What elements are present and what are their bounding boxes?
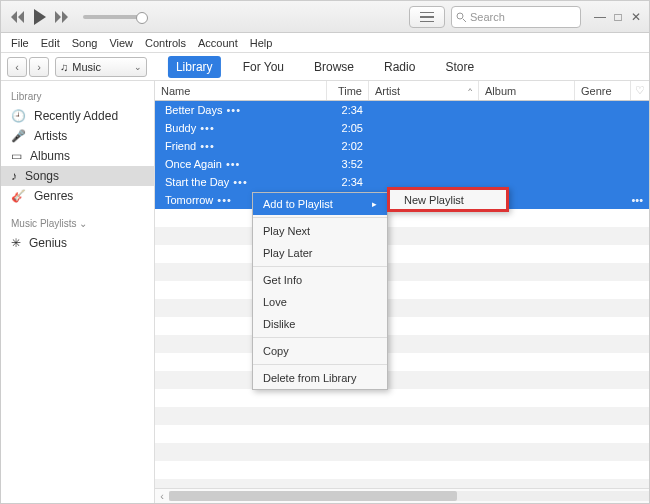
tabs: Library For You Browse Radio Store [168,56,482,78]
separator [253,337,387,338]
app-window: Search — □ ✕ File Edit Song View Control… [0,0,650,504]
tab-for-you[interactable]: For You [235,56,292,78]
main-panel: Name Time Artist^ Album Genre ♡ Better D… [155,81,649,503]
sidebar-item-label: Genius [29,236,67,250]
track-name: Start the Day [165,176,229,188]
window-controls: — □ ✕ [593,10,643,24]
search-placeholder: Search [470,11,505,23]
track-row[interactable]: Better Days•••2:34 [155,101,649,119]
menu-help[interactable]: Help [250,37,273,49]
col-album[interactable]: Album [479,81,575,100]
sidebar-item-albums[interactable]: ▭Albums [1,146,154,166]
track-name: Tomorrow [165,194,213,206]
tab-browse[interactable]: Browse [306,56,362,78]
sidebar-item-label: Songs [25,169,59,183]
col-time[interactable]: Time [327,81,369,100]
context-item-label: Add to Playlist [263,198,333,210]
ellipsis-icon[interactable]: ••• [226,158,241,170]
scroll-thumb[interactable] [169,491,457,501]
ellipsis-icon[interactable]: ••• [226,104,241,116]
col-label: Artist [375,85,400,97]
col-name[interactable]: Name [155,81,327,100]
context-play-next[interactable]: Play Next [253,220,387,242]
sidebar-item-songs[interactable]: ♪Songs [1,166,154,186]
menubar: File Edit Song View Controls Account Hel… [1,33,649,53]
sidebar: Library 🕘Recently Added 🎤Artists ▭Albums… [1,81,155,503]
volume-slider[interactable] [83,15,143,19]
sidebar-item-recently-added[interactable]: 🕘Recently Added [1,106,154,126]
note-icon: ♫ [60,61,68,73]
next-track-button[interactable] [55,11,69,23]
sidebar-item-label: Genres [34,189,73,203]
toolbar: ‹ › ♫ Music ⌄ Library For You Browse Rad… [1,53,649,81]
context-delete[interactable]: Delete from Library [253,367,387,389]
sidebar-header-playlists[interactable]: Music Playlists ⌄ [1,214,154,233]
context-add-to-playlist[interactable]: Add to Playlist▸ [253,193,387,215]
ellipsis-icon[interactable]: ••• [233,176,248,188]
sidebar-item-genres[interactable]: 🎸Genres [1,186,154,206]
note-icon: ♪ [11,169,17,183]
col-loved[interactable]: ♡ [631,81,649,100]
context-copy[interactable]: Copy [253,340,387,362]
menu-file[interactable]: File [11,37,29,49]
menu-account[interactable]: Account [198,37,238,49]
sidebar-item-genius[interactable]: ✳Genius [1,233,154,253]
sidebar-item-label: Albums [30,149,70,163]
back-button[interactable]: ‹ [7,57,27,77]
menu-controls[interactable]: Controls [145,37,186,49]
track-row[interactable]: Once Again•••3:52 [155,155,649,173]
track-time: 2:34 [327,104,369,116]
separator [253,266,387,267]
context-love[interactable]: Love [253,291,387,313]
horizontal-scrollbar[interactable]: ‹ [155,488,649,503]
forward-button[interactable]: › [29,57,49,77]
track-time: 2:02 [327,140,369,152]
ellipsis-icon[interactable]: ••• [200,140,215,152]
genius-icon: ✳ [11,236,21,250]
ellipsis-icon[interactable]: ••• [200,122,215,134]
separator [253,217,387,218]
prev-track-button[interactable] [11,11,25,23]
titlebar: Search — □ ✕ [1,1,649,33]
tab-store[interactable]: Store [437,56,482,78]
play-button[interactable] [33,9,47,25]
playback-controls [1,9,153,25]
more-icon[interactable]: ••• [631,194,643,206]
maximize-button[interactable]: □ [611,10,625,24]
context-get-info[interactable]: Get Info [253,269,387,291]
menu-song[interactable]: Song [72,37,98,49]
close-button[interactable]: ✕ [629,10,643,24]
track-row[interactable]: Friend•••2:02 [155,137,649,155]
source-dropdown[interactable]: ♫ Music ⌄ [55,57,147,77]
ellipsis-icon[interactable]: ••• [217,194,232,206]
col-genre[interactable]: Genre [575,81,631,100]
svg-line-1 [463,19,466,22]
context-menu: Add to Playlist▸ Play Next Play Later Ge… [252,192,388,390]
menu-edit[interactable]: Edit [41,37,60,49]
tab-radio[interactable]: Radio [376,56,423,78]
submenu-new-playlist[interactable]: New Playlist [387,187,509,212]
context-play-later[interactable]: Play Later [253,242,387,264]
list-view-button[interactable] [409,6,445,28]
sort-asc-icon: ^ [468,86,472,95]
sidebar-item-label: Artists [34,129,67,143]
menu-view[interactable]: View [109,37,133,49]
track-row[interactable]: Buddy•••2:05 [155,119,649,137]
svg-point-0 [457,13,463,19]
track-name: Friend [165,140,196,152]
source-label: Music [72,61,101,73]
chevron-down-icon: ⌄ [79,218,87,229]
tab-library[interactable]: Library [168,56,221,78]
sidebar-item-artists[interactable]: 🎤Artists [1,126,154,146]
search-input[interactable]: Search [451,6,581,28]
minimize-button[interactable]: — [593,10,607,24]
track-list: Better Days•••2:34 Buddy•••2:05 Friend••… [155,101,649,488]
separator [253,364,387,365]
sidebar-header-label: Music Playlists [11,218,77,229]
context-dislike[interactable]: Dislike [253,313,387,335]
col-artist[interactable]: Artist^ [369,81,479,100]
mic-icon: 🎤 [11,129,26,143]
sidebar-header-library: Library [1,87,154,106]
album-icon: ▭ [11,149,22,163]
scroll-left-icon[interactable]: ‹ [155,490,169,502]
